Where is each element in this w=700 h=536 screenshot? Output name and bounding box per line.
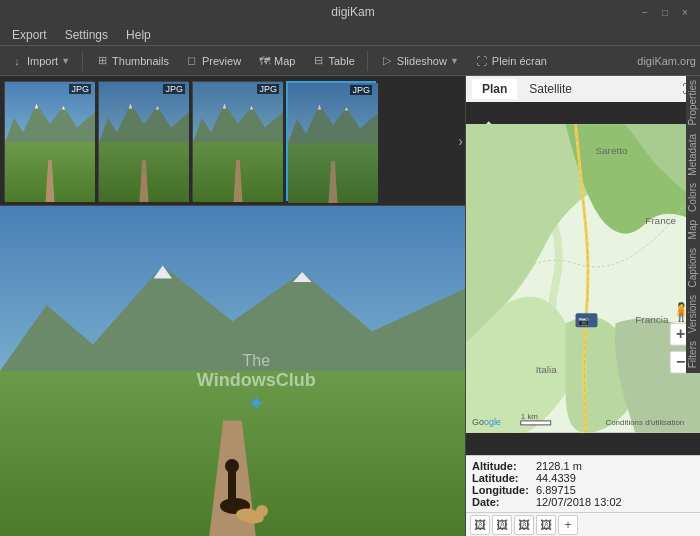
thumbnail-3[interactable]: JPG — [192, 81, 282, 201]
thumbnails-button[interactable]: ⊞ Thumbnails — [89, 51, 175, 71]
altitude-row: Altitude: 2128.1 m — [472, 460, 694, 472]
main-content: JPG JPG JPG JPG › — [0, 76, 700, 536]
fullscreen-icon: ⛶ — [475, 54, 489, 68]
table-icon: ⊟ — [312, 54, 326, 68]
sidebar-filters[interactable]: Filters — [686, 337, 700, 372]
toolbar-separator-2 — [367, 51, 368, 71]
sidebar-metadata[interactable]: Metadata — [686, 130, 700, 180]
maximize-button[interactable]: □ — [658, 5, 672, 19]
menu-bar: Export Settings Help — [0, 24, 700, 46]
sidebar-properties[interactable]: Properties — [686, 76, 700, 130]
longitude-row: Longitude: 6.89715 — [472, 484, 694, 496]
map-tab-satellite[interactable]: Satellite — [519, 79, 582, 99]
sidebar-captions[interactable]: Captions — [686, 244, 700, 291]
toolbar-separator — [82, 51, 83, 71]
toolbar: ↓ Import ▼ ⊞ Thumbnails ◻ Preview 🗺 Map … — [0, 46, 700, 76]
slideshow-button[interactable]: ▷ Slideshow ▼ — [374, 51, 465, 71]
map-tabs: Plan Satellite ⛶ — [466, 76, 700, 102]
svg-text:1 km: 1 km — [521, 412, 539, 421]
svg-text:Conditions d'utilisation: Conditions d'utilisation — [605, 418, 684, 427]
sidebar-map[interactable]: Map — [686, 216, 700, 243]
date-value: 12/07/2018 13:02 — [536, 496, 622, 508]
footer-btn-3[interactable]: 🖼 — [514, 515, 534, 535]
svg-text:ogle: ogle — [484, 417, 501, 427]
date-row: Date: 12/07/2018 13:02 — [472, 496, 694, 508]
thumb-label-3: JPG — [257, 84, 279, 94]
footer-btn-4[interactable]: 🖼 — [536, 515, 556, 535]
menu-help[interactable]: Help — [118, 26, 159, 44]
sidebar-versions[interactable]: Versions — [686, 291, 700, 337]
longitude-value: 6.89715 — [536, 484, 576, 496]
map-button[interactable]: 🗺 Map — [251, 51, 301, 71]
map-footer: 🖼 🖼 🖼 🖼 + — [466, 512, 700, 536]
fullscreen-button[interactable]: ⛶ Plein écran — [469, 51, 553, 71]
map-area[interactable]: Saretto France Francia Italia 📷 + − 🧍 — [466, 102, 700, 455]
sidebar-colors[interactable]: Colors — [686, 179, 700, 216]
svg-text:Francia: Francia — [635, 314, 669, 325]
thumbnails-next-arrow[interactable]: › — [458, 133, 463, 149]
footer-btn-2[interactable]: 🖼 — [492, 515, 512, 535]
menu-settings[interactable]: Settings — [57, 26, 116, 44]
map-tab-plan[interactable]: Plan — [472, 79, 517, 99]
import-icon: ↓ — [10, 54, 24, 68]
map-svg: Saretto France Francia Italia 📷 + − 🧍 — [466, 102, 700, 455]
map-info: Altitude: 2128.1 m Latitude: 44.4339 Lon… — [466, 455, 700, 512]
footer-btn-plus[interactable]: + — [558, 515, 578, 535]
preview-icon: ◻ — [185, 54, 199, 68]
svg-text:📷: 📷 — [578, 315, 590, 327]
digikam-url: digiKam.org — [637, 55, 696, 67]
thumbnail-2[interactable]: JPG — [98, 81, 188, 201]
latitude-value: 44.4339 — [536, 472, 576, 484]
window-controls[interactable]: − □ × — [638, 5, 692, 19]
svg-text:−: − — [676, 353, 685, 370]
svg-rect-15 — [521, 421, 551, 425]
thumb-label-4: JPG — [350, 85, 372, 95]
thumbnails-icon: ⊞ — [95, 54, 109, 68]
main-image-area: The WindowsClub ✦ — [0, 206, 465, 536]
svg-text:Italia: Italia — [536, 364, 557, 375]
menu-export[interactable]: Export — [4, 26, 55, 44]
right-sidebar: Properties Metadata Colors Map Captions … — [686, 76, 700, 373]
altitude-value: 2128.1 m — [536, 460, 582, 472]
thumb-label-2: JPG — [163, 84, 185, 94]
preview-button[interactable]: ◻ Preview — [179, 51, 247, 71]
svg-text:+: + — [676, 325, 685, 342]
table-button[interactable]: ⊟ Table — [306, 51, 361, 71]
thumbnail-1[interactable]: JPG — [4, 81, 94, 201]
import-button[interactable]: ↓ Import ▼ — [4, 51, 76, 71]
thumb-label-1: JPG — [69, 84, 91, 94]
thumbnails-strip: JPG JPG JPG JPG › — [0, 76, 465, 206]
svg-text:Saretto: Saretto — [595, 145, 628, 156]
left-panel: JPG JPG JPG JPG › — [0, 76, 465, 536]
latitude-row: Latitude: 44.4339 — [472, 472, 694, 484]
close-button[interactable]: × — [678, 5, 692, 19]
footer-btn-1[interactable]: 🖼 — [470, 515, 490, 535]
minimize-button[interactable]: − — [638, 5, 652, 19]
svg-text:Go: Go — [472, 417, 484, 427]
app-title: digiKam — [68, 5, 638, 19]
right-panel: Plan Satellite ⛶ — [465, 76, 700, 536]
slideshow-icon: ▷ — [380, 54, 394, 68]
title-bar: digiKam − □ × — [0, 0, 700, 24]
thumbnail-4[interactable]: JPG — [286, 81, 376, 201]
map-icon: 🗺 — [257, 54, 271, 68]
svg-text:France: France — [645, 215, 676, 226]
